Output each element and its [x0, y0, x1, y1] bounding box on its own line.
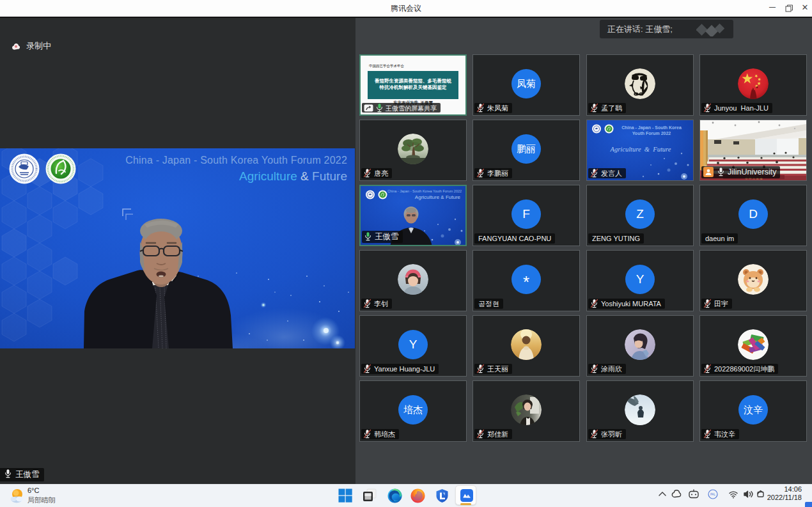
- svg-text:PAL: PAL: [710, 493, 716, 496]
